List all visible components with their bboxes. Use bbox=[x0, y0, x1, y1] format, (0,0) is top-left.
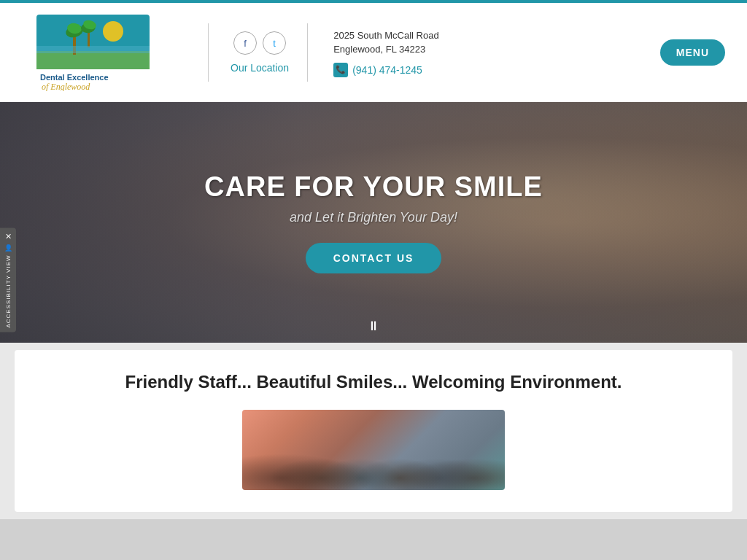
contact-address: 2025 South McCall Road Englewood, FL 342… bbox=[333, 28, 653, 57]
content-tagline: Friendly Staff... Beautiful Smiles... We… bbox=[44, 372, 703, 392]
our-location-link[interactable]: Our Location bbox=[231, 62, 289, 74]
svg-rect-9 bbox=[36, 46, 150, 53]
header-divider-1 bbox=[208, 23, 209, 82]
phone-icon: 📞 bbox=[333, 63, 348, 77]
hero-subtitle: and Let it Brighten Your Day! bbox=[155, 210, 592, 225]
svg-rect-1 bbox=[36, 51, 150, 69]
svg-point-2 bbox=[103, 21, 123, 42]
content-card: Friendly Staff... Beautiful Smiles... We… bbox=[15, 350, 732, 512]
twitter-button[interactable]: t bbox=[263, 31, 286, 55]
svg-text:Dental Excellence: Dental Excellence bbox=[40, 73, 109, 82]
contact-info: 2025 South McCall Road Englewood, FL 342… bbox=[326, 28, 660, 77]
header-divider-2 bbox=[307, 23, 308, 82]
accessibility-label: Accessibility View bbox=[5, 254, 12, 327]
person-icon: 👤 bbox=[4, 244, 12, 252]
site-logo: Dental Excellence of Englewood bbox=[33, 11, 164, 91]
hero-section: CARE FOR YOUR SMILE and Let it Brighten … bbox=[0, 102, 747, 343]
hero-content: CARE FOR YOUR SMILE and Let it Brighten … bbox=[155, 171, 592, 273]
menu-button[interactable]: MENU bbox=[660, 39, 725, 66]
contact-phone-link[interactable]: 📞 (941) 474-1245 bbox=[333, 63, 653, 77]
accessibility-sidebar: ✕ 👤 Accessibility View bbox=[0, 228, 16, 332]
logo-area[interactable]: Dental Excellence of Englewood bbox=[33, 11, 164, 94]
lower-section: Friendly Staff... Beautiful Smiles... We… bbox=[0, 343, 747, 519]
close-icon[interactable]: ✕ bbox=[5, 232, 12, 241]
svg-text:of Englewood: of Englewood bbox=[42, 82, 90, 91]
phone-number: (941) 474-1245 bbox=[352, 64, 422, 76]
contact-us-button[interactable]: CONTACT US bbox=[306, 243, 442, 273]
social-location-area: f t Our Location bbox=[231, 31, 289, 74]
hero-title: CARE FOR YOUR SMILE bbox=[155, 171, 592, 203]
social-icons: f t bbox=[233, 31, 286, 55]
facebook-button[interactable]: f bbox=[233, 31, 257, 55]
staff-photo bbox=[242, 410, 505, 490]
staff-photo-container bbox=[44, 410, 703, 490]
pause-button[interactable]: ⏸ bbox=[367, 319, 380, 334]
site-header: Dental Excellence of Englewood f t Our L… bbox=[0, 0, 747, 102]
